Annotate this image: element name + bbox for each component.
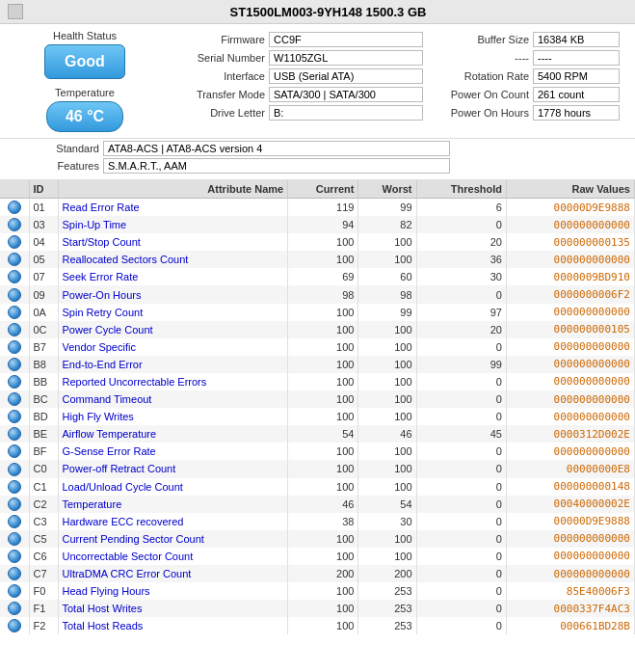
row-id: 0C — [29, 321, 58, 338]
serial-value: W1105ZGL — [269, 50, 423, 66]
row-id: F2 — [29, 617, 58, 634]
row-id: BF — [29, 443, 58, 460]
col-current: Current — [288, 180, 358, 199]
row-raw: 000000000000 — [506, 548, 634, 565]
back-icon[interactable] — [8, 4, 23, 19]
row-attr-name: Vendor Specific — [58, 338, 288, 356]
row-worst: 100 — [358, 390, 416, 408]
row-dot — [0, 285, 29, 303]
row-current: 100 — [288, 460, 358, 477]
row-worst: 54 — [358, 496, 416, 513]
row-attr-name: G-Sense Error Rate — [58, 443, 288, 460]
row-threshold: 97 — [416, 304, 506, 321]
row-dot — [0, 390, 29, 408]
row-worst: 100 — [358, 478, 416, 496]
row-current: 200 — [288, 565, 358, 582]
table-row: BB Reported Uncorrectable Errors 100 100… — [0, 373, 635, 390]
row-worst: 30 — [358, 513, 416, 530]
standard-value: ATA8-ACS | ATA8-ACS version 4 — [103, 141, 450, 156]
firmware-value: CC9F — [269, 32, 423, 47]
row-id: B8 — [29, 356, 58, 373]
row-threshold: 0 — [416, 390, 506, 408]
row-dot — [0, 617, 29, 634]
row-threshold: 0 — [416, 216, 506, 233]
table-row: 04 Start/Stop Count 100 100 20 000000000… — [0, 233, 635, 251]
row-raw: 000000000000 — [506, 565, 634, 582]
row-raw: 0000337F4AC3 — [506, 600, 634, 617]
row-dot — [0, 251, 29, 268]
row-raw: 85E40006F3 — [506, 582, 634, 600]
row-worst: 60 — [358, 268, 416, 285]
power-on-hours-value: 1778 hours — [533, 105, 620, 121]
row-current: 69 — [288, 268, 358, 285]
power-on-count-value: 261 count — [533, 87, 620, 102]
health-section: Health Status Good — [8, 30, 162, 79]
empty-label: ---- — [442, 52, 529, 64]
row-worst: 253 — [358, 600, 416, 617]
col-threshold: Threshold — [416, 180, 506, 199]
row-current: 100 — [288, 443, 358, 460]
row-threshold: 0 — [416, 338, 506, 356]
row-threshold: 6 — [416, 199, 506, 217]
row-threshold: 30 — [416, 268, 506, 285]
table-header-row: ID Attribute Name Current Worst Threshol… — [0, 180, 635, 199]
table-row: C7 UltraDMA CRC Error Count 200 200 0 00… — [0, 565, 635, 582]
row-worst: 100 — [358, 321, 416, 338]
table-row: 03 Spin-Up Time 94 82 0 000000000000 — [0, 216, 635, 233]
row-attr-name: Power-On Hours — [58, 285, 288, 303]
row-current: 100 — [288, 304, 358, 321]
row-id: 05 — [29, 251, 58, 268]
row-id: C2 — [29, 496, 58, 513]
row-current: 46 — [288, 496, 358, 513]
row-current: 100 — [288, 600, 358, 617]
row-raw: 000000000000 — [506, 408, 634, 425]
col-id: ID — [29, 180, 58, 199]
row-worst: 99 — [358, 199, 416, 217]
health-label: Health Status — [8, 30, 162, 41]
row-attr-name: Load/Unload Cycle Count — [58, 478, 288, 496]
table-row: BF G-Sense Error Rate 100 100 0 00000000… — [0, 443, 635, 460]
row-worst: 100 — [358, 408, 416, 425]
row-id: 04 — [29, 233, 58, 251]
row-raw: 000000000000 — [506, 530, 634, 548]
row-current: 100 — [288, 408, 358, 425]
row-raw: 000000000105 — [506, 321, 634, 338]
row-raw: 00000D9E9888 — [506, 513, 634, 530]
row-current: 100 — [288, 390, 358, 408]
features-label: Features — [8, 160, 99, 172]
drive-letter-value: B: — [269, 105, 423, 121]
power-on-count-label: Power On Count — [442, 89, 529, 100]
row-current: 100 — [288, 233, 358, 251]
transfer-value: SATA/300 | SATA/300 — [269, 87, 423, 102]
row-dot — [0, 460, 29, 477]
row-dot — [0, 582, 29, 600]
title-bar: ST1500LM003-9YH148 1500.3 GB — [0, 0, 635, 24]
row-raw: 000000000000 — [506, 443, 634, 460]
row-attr-name: Current Pending Sector Count — [58, 530, 288, 548]
row-threshold: 0 — [416, 285, 506, 303]
row-id: B7 — [29, 338, 58, 356]
row-id: C7 — [29, 565, 58, 582]
row-threshold: 0 — [416, 530, 506, 548]
row-dot — [0, 425, 29, 443]
row-raw: 0000009BD910 — [506, 268, 634, 285]
row-dot — [0, 233, 29, 251]
row-raw: 000000000000 — [506, 373, 634, 390]
row-threshold: 0 — [416, 582, 506, 600]
row-attr-name: Spin Retry Count — [58, 304, 288, 321]
empty-value: ---- — [533, 50, 620, 66]
row-dot — [0, 304, 29, 321]
row-current: 100 — [288, 321, 358, 338]
temperature-label: Temperature — [8, 87, 162, 98]
table-row: B8 End-to-End Error 100 100 99 000000000… — [0, 356, 635, 373]
row-attr-name: Temperature — [58, 496, 288, 513]
row-worst: 99 — [358, 304, 416, 321]
row-id: 03 — [29, 216, 58, 233]
row-id: C3 — [29, 513, 58, 530]
row-worst: 82 — [358, 216, 416, 233]
row-worst: 100 — [358, 530, 416, 548]
table-row: 09 Power-On Hours 98 98 0 0000000006F2 — [0, 285, 635, 303]
row-threshold: 36 — [416, 251, 506, 268]
row-id: 01 — [29, 199, 58, 217]
row-dot — [0, 338, 29, 356]
